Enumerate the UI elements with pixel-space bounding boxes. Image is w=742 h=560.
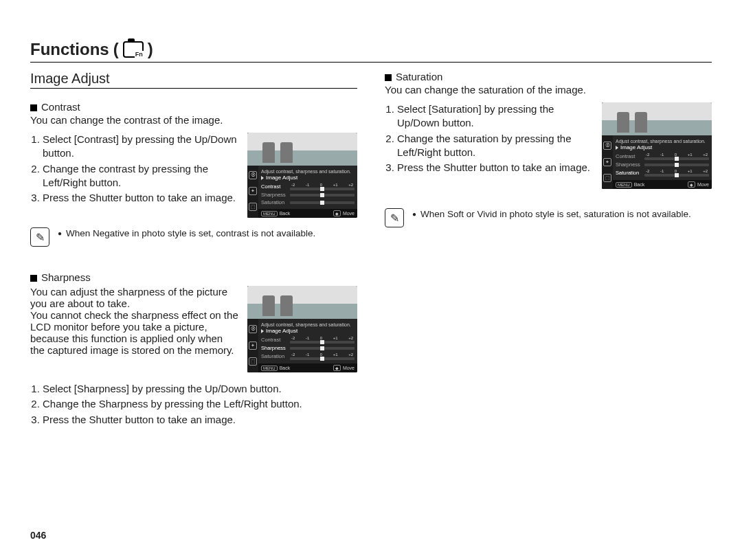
lcd-hint: Adjust contrast, sharpness and saturatio… — [616, 139, 709, 144]
list-item: Change the contrast by pressing the Left… — [43, 162, 239, 190]
right-column: Saturation You can change the saturation… — [385, 71, 712, 443]
lcd-param-contrast: Contrast -2-10+1+2 — [261, 336, 355, 344]
lcd-side-icon: ✦ — [249, 341, 257, 350]
left-column: Image Adjust Contrast You can change the… — [30, 71, 357, 443]
lcd-param-sharpness: Sharpness — [616, 161, 709, 168]
list-item: Select [Contrast] by pressing the Up/Dow… — [43, 133, 239, 161]
lcd-param-saturation: Saturation — [261, 199, 355, 205]
saturation-heading: Saturation — [385, 71, 712, 82]
lcd-photo — [602, 102, 712, 135]
square-bullet-icon — [385, 74, 392, 81]
lcd-preview-saturation: ◻ ▣ ⦿ ✦ ⬚ Adjust contrast, sharpness and… — [602, 102, 712, 189]
list-item: Press the Shutter button to take an imag… — [43, 413, 357, 427]
sharpness-intro-1: You can adjust the sharpness of the pict… — [30, 286, 239, 309]
section-heading: Image Adjust — [30, 71, 357, 87]
lcd-hint: Adjust contrast, sharpness and saturatio… — [261, 322, 355, 327]
contrast-block: Contrast You can change the contrast of … — [30, 101, 357, 247]
note-text: When Negative in photo style is set, con… — [58, 227, 315, 240]
lcd-side-icon: ⬚ — [249, 203, 257, 211]
sharpness-block: Sharpness You can adjust the sharpness o… — [30, 271, 357, 427]
list-item: Change the saturation by pressing the Le… — [397, 132, 594, 160]
lcd-preview-sharpness: ◻ ▣ ⦿ ✦ ⬚ Adjust contrast, sharpness and… — [247, 286, 357, 372]
lcd-footer: MENUBack ◆Move — [247, 363, 357, 372]
saturation-intro: You can change the saturation of the ima… — [385, 84, 712, 96]
saturation-note: ✎ When Soft or Vivid in photo style is s… — [385, 208, 712, 227]
saturation-steps: Select [Saturation] by pressing the Up/D… — [385, 102, 594, 175]
lcd-param-saturation: Saturation -2-10+1+2 — [261, 352, 355, 360]
contrast-note: ✎ When Negative in photo style is set, c… — [30, 227, 357, 247]
lcd-footer: MENUBack ◆Move — [602, 180, 712, 189]
sharpness-steps: Select [Sharpness] by pressing the Up/Do… — [30, 382, 357, 427]
square-bullet-icon — [30, 275, 37, 282]
square-bullet-icon — [30, 104, 37, 111]
lcd-photo — [247, 133, 357, 166]
lcd-menu-header: Image Adjust — [616, 144, 709, 150]
lcd-side-icon: ⬚ — [603, 174, 611, 182]
lcd-side-icon: ⬚ — [249, 357, 257, 366]
list-item: Select [Saturation] by pressing the Up/D… — [397, 102, 594, 131]
lcd-param-sharpness: Sharpness — [261, 345, 355, 351]
lcd-param-sharpness: Sharpness — [261, 192, 355, 198]
lcd-side-icon: ✦ — [603, 158, 611, 166]
sharpness-heading: Sharpness — [30, 271, 357, 283]
saturation-block: Saturation You can change the saturation… — [385, 71, 712, 227]
list-item: Press the Shutter button to take an imag… — [397, 161, 594, 175]
lcd-side-icon: ✦ — [249, 187, 257, 195]
list-item: Select [Sharpness] by pressing the Up/Do… — [43, 382, 357, 396]
lcd-side-icon: ⦿ — [603, 142, 611, 150]
note-icon: ✎ — [385, 208, 404, 227]
lcd-side-icon: ⦿ — [249, 171, 257, 179]
lcd-hint: Adjust contrast, sharpness and saturatio… — [261, 169, 355, 174]
title-open-paren: ( — [113, 40, 119, 59]
contrast-intro: You can change the contrast of the image… — [30, 114, 357, 126]
page-title: Functions ( Fn ) — [30, 40, 712, 59]
contrast-heading: Contrast — [30, 101, 357, 113]
lcd-param-saturation: Saturation -2-10+1+2 — [616, 169, 709, 177]
contrast-steps: Select [Contrast] by pressing the Up/Dow… — [30, 133, 239, 205]
lcd-menu-header: Image Adjust — [261, 328, 355, 334]
sharpness-intro-2: You cannot check the sharpness effect on… — [30, 309, 239, 356]
subtitle-rule — [30, 88, 357, 89]
title-text: Functions — [30, 40, 109, 59]
title-close-paren: ) — [148, 40, 153, 59]
lcd-param-contrast: Contrast -2-10+1+2 — [261, 183, 355, 190]
lcd-footer: MENUBack ◆Move — [247, 209, 357, 218]
title-rule — [30, 62, 712, 63]
lcd-param-contrast: Contrast -2-10+1+2 — [616, 153, 709, 160]
camera-fn-icon: Fn — [123, 41, 144, 58]
lcd-preview-contrast: ◻ ▣ ⦿ ✦ ⬚ Adjust contrast, sharpness and… — [247, 133, 357, 218]
list-item: Press the Shutter button to take an imag… — [43, 191, 239, 205]
page-number: 046 — [30, 530, 46, 541]
note-text: When Soft or Vivid in photo style is set… — [412, 208, 691, 221]
list-item: Change the Sharpness by pressing the Lef… — [43, 397, 357, 411]
lcd-menu-header: Image Adjust — [261, 175, 355, 181]
note-icon: ✎ — [30, 227, 49, 247]
lcd-photo — [247, 286, 357, 319]
lcd-side-icon: ⦿ — [249, 325, 257, 333]
